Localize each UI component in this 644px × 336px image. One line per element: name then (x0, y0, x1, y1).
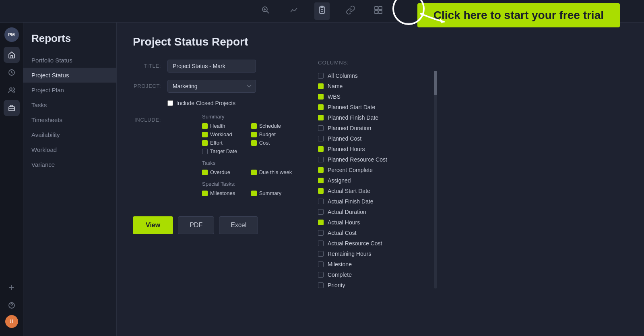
sidebar-item-availability[interactable]: Availability (23, 127, 116, 142)
wbs-checkbox[interactable] (318, 94, 324, 100)
priority-label: Priority (328, 282, 345, 288)
cost-checkbox-green[interactable] (251, 140, 257, 146)
actual-hours-label: Actual Hours (328, 219, 360, 226)
summary-special-checkbox-green[interactable] (251, 191, 257, 196)
planned-resource-cost-checkbox[interactable] (318, 157, 324, 162)
col-actual-cost: Actual Cost (318, 228, 427, 238)
home-icon-btn[interactable] (4, 47, 20, 63)
sidebar-item-tasks[interactable]: Tasks (23, 97, 116, 112)
priority-checkbox[interactable] (318, 282, 324, 288)
col-actual-start-date: Actual Start Date (318, 186, 427, 196)
actual-hours-checkbox[interactable] (318, 220, 324, 225)
svg-rect-11 (379, 10, 382, 14)
name-checkbox[interactable] (318, 83, 324, 89)
workload-checkbox-green[interactable] (202, 132, 208, 137)
assigned-label: Assigned (328, 177, 351, 184)
planned-duration-label: Planned Duration (328, 125, 371, 131)
milestone-checkbox[interactable] (318, 261, 324, 267)
percent-complete-label: Percent Complete (328, 167, 373, 173)
include-overdue: Overdue (202, 169, 243, 175)
actual-finish-date-label: Actual Finish Date (328, 198, 374, 205)
remaining-hours-checkbox[interactable] (318, 251, 324, 257)
layout-icon[interactable] (371, 2, 386, 20)
actual-cost-checkbox[interactable] (318, 230, 324, 236)
cta-banner[interactable]: Click here to start your free trial (417, 3, 620, 27)
sidebar-item-workload[interactable]: Workload (23, 142, 116, 157)
users-icon-btn[interactable] (4, 82, 20, 98)
briefcase-icon-btn[interactable] (4, 100, 20, 116)
planned-duration-checkbox[interactable] (318, 125, 324, 131)
include-target-date: Target Date (202, 148, 243, 154)
pdf-button[interactable]: PDF (178, 216, 214, 234)
budget-label: Budget (259, 131, 276, 137)
planned-finish-date-checkbox[interactable] (318, 115, 324, 120)
col-all-columns: All Columns (318, 71, 427, 81)
schedule-checkbox-green[interactable] (251, 123, 257, 129)
view-button[interactable]: View (133, 216, 173, 234)
chart-icon[interactable] (286, 2, 301, 20)
milestones-checkbox-green[interactable] (202, 191, 208, 196)
percent-complete-checkbox[interactable] (318, 167, 324, 173)
assigned-checkbox[interactable] (318, 178, 324, 183)
scrollbar-thumb[interactable] (434, 71, 437, 95)
include-due-this-week: Due this week (251, 169, 292, 175)
clock-icon-btn[interactable] (4, 64, 20, 81)
icon-bar: PM (0, 23, 23, 336)
sidebar-item-project-plan[interactable]: Project Plan (23, 83, 116, 97)
svg-rect-10 (375, 10, 378, 14)
include-budget: Budget (251, 131, 292, 137)
form-left: TITLE: PROJECT: Marketing Development De… (133, 60, 302, 288)
col-assigned: Assigned (318, 175, 427, 186)
sidebar-item-variance[interactable]: Variance (23, 157, 116, 172)
plus-icon-btn[interactable] (4, 280, 20, 296)
project-select[interactable]: Marketing Development Design Sales (167, 80, 256, 93)
due-this-week-checkbox-green[interactable] (251, 170, 257, 175)
complete-checkbox[interactable] (318, 272, 324, 278)
sidebar-item-portfolio-status[interactable]: Portfolio Status (23, 53, 116, 68)
actual-resource-cost-checkbox[interactable] (318, 241, 324, 246)
col-planned-hours: Planned Hours (318, 144, 427, 154)
overdue-checkbox-green[interactable] (202, 170, 208, 175)
title-input[interactable] (167, 60, 256, 73)
link-icon[interactable] (343, 2, 358, 20)
sidebar-item-timesheets[interactable]: Timesheets (23, 112, 116, 127)
search-zoom-icon[interactable] (258, 2, 273, 20)
planned-resource-cost-label: Planned Resource Cost (328, 156, 387, 163)
budget-checkbox-green[interactable] (251, 132, 257, 137)
actual-finish-date-checkbox[interactable] (318, 199, 324, 204)
effort-label: Effort (210, 140, 223, 146)
wbs-label: WBS (328, 93, 341, 100)
excel-button[interactable]: Excel (219, 216, 258, 234)
app-logo[interactable]: PM (4, 27, 19, 42)
question-icon-btn[interactable] (4, 297, 20, 313)
content-area: Project Status Report TITLE: PROJECT: Ma… (117, 23, 644, 336)
project-row: PROJECT: Marketing Development Design Sa… (133, 80, 302, 93)
actual-duration-label: Actual Duration (328, 209, 366, 215)
planned-start-date-checkbox[interactable] (318, 104, 324, 110)
col-planned-start-date: Planned Start Date (318, 102, 427, 112)
col-wbs: WBS (318, 91, 427, 102)
columns-scroll[interactable]: All Columns Name WBS Planned Start (318, 71, 431, 288)
actual-resource-cost-label: Actual Resource Cost (328, 240, 382, 247)
planned-cost-checkbox[interactable] (318, 136, 324, 141)
col-remaining-hours: Remaining Hours (318, 249, 427, 259)
all-columns-checkbox[interactable] (318, 73, 324, 79)
target-date-checkbox-empty[interactable] (202, 149, 208, 154)
workload-label: Workload (210, 131, 232, 137)
col-planned-resource-cost: Planned Resource Cost (318, 154, 427, 165)
clipboard-icon[interactable] (314, 2, 330, 20)
effort-checkbox-green[interactable] (202, 140, 208, 146)
user-avatar[interactable]: U (5, 315, 18, 328)
sidebar-item-project-status[interactable]: Project Status (23, 68, 116, 83)
include-closed-checkbox[interactable] (167, 100, 173, 106)
planned-hours-checkbox[interactable] (318, 146, 324, 152)
actual-duration-checkbox[interactable] (318, 209, 324, 215)
include-workload: Workload (202, 131, 243, 137)
scrollbar-track[interactable] (434, 71, 437, 288)
col-complete: Complete (318, 270, 427, 280)
include-label: INCLUDE: (133, 114, 161, 123)
include-schedule: Schedule (251, 123, 292, 129)
actual-start-date-checkbox[interactable] (318, 188, 324, 194)
health-checkbox-green[interactable] (202, 123, 208, 129)
col-planned-cost: Planned Cost (318, 133, 427, 144)
